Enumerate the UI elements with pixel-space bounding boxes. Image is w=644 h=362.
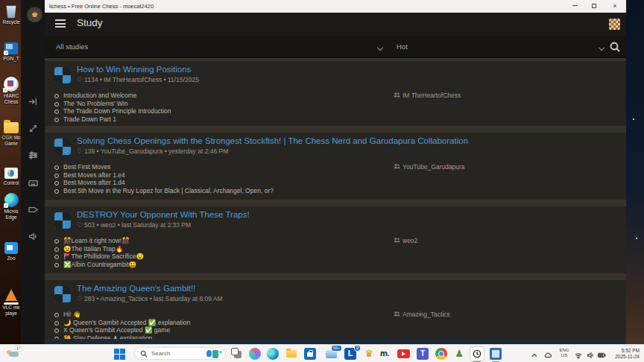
onedrive-cloud-icon[interactable] [543, 349, 552, 358]
chapter-item[interactable]: Best Moves after 1.d4 [54, 179, 274, 187]
settings-sliders-icon[interactable] [28, 150, 39, 161]
chapter-item[interactable]: The Trade Down Principle Introduction [54, 107, 171, 115]
chapter-item[interactable]: Best First Moves [54, 163, 274, 171]
pgn-app-icon: ↗ [4, 42, 18, 54]
active-app-clock-icon[interactable] [470, 346, 484, 361]
maximize-button[interactable] [584, 0, 604, 13]
close-button[interactable]: × [605, 0, 625, 13]
expand-icon[interactable] [28, 123, 39, 134]
study-title[interactable]: The Amazing Queen's Gambit!! [77, 284, 195, 293]
chapter-item[interactable]: ❎Albin Countregambit😃 [54, 261, 144, 269]
desktop-icon-edge[interactable]: ↗ Micros Edge [0, 193, 22, 220]
study-row[interactable]: The Amazing Queen's Gambit!! ♡283 • Amaz… [45, 280, 626, 339]
menu-hamburger-icon[interactable] [55, 19, 66, 28]
study-meta: ♡139 • YouTube_Garudapura • yesterday at… [77, 147, 228, 155]
desktop-icon-control-panel[interactable]: Control [0, 168, 22, 186]
study-row[interactable]: DESTROY Your Opponent With These Traps! … [45, 206, 626, 273]
weather-widget[interactable]: 1° [6, 348, 28, 360]
chapter-item[interactable]: The 'No Problems' Win [54, 100, 171, 108]
study-row[interactable]: How to Win Winning Positions ♡1134 • IM … [45, 61, 626, 126]
keyboard-icon[interactable] [28, 177, 39, 188]
member-icon [394, 163, 400, 170]
desktop-icon-vlc[interactable]: VLC me playe [0, 289, 22, 317]
member-icon [394, 237, 400, 244]
chapter-item[interactable]: Best 5th Move in the Ruy Lopez for Black… [54, 187, 274, 195]
lichess-tile-icon[interactable]: L2 [344, 348, 356, 360]
chapter-circle-icon [54, 255, 59, 259]
window-title: lichess • Free Online Chess - moecat2420 [49, 3, 154, 10]
sort-filter-select[interactable]: Hot [397, 42, 408, 51]
search-icon[interactable] [609, 41, 621, 53]
chapter-item[interactable]: 🌙 Queen's Gambit Accepted ✅ explanation [54, 319, 190, 327]
tray-chevron-up-icon[interactable] [530, 349, 539, 358]
volume-icon[interactable] [586, 349, 595, 358]
chevron-down-icon [377, 45, 383, 51]
chess-pawn-icon[interactable]: ♟ [453, 348, 465, 360]
chapter-item[interactable]: Introduction and Welcome [54, 92, 171, 100]
studies-filter-select[interactable]: All studies [56, 42, 88, 51]
heart-icon: ♡ [77, 147, 83, 155]
hiarcs-app-icon: ↗ [4, 77, 19, 92]
vlc-cone-icon [5, 289, 17, 301]
desktop-icon-pgn-tool[interactable]: ↗ PGN_T [0, 42, 22, 62]
heart-icon: ♡ [77, 76, 83, 83]
desktop-wallpaper-right [626, 0, 644, 344]
chapter-item[interactable]: 🎊Learn it right now!🎊 [54, 237, 144, 245]
search-icon [140, 350, 148, 358]
file-explorer-icon[interactable] [285, 348, 297, 360]
chapter-item[interactable]: X Queen's Gambit Accepted ✅ game [54, 326, 190, 334]
search-art-icon [212, 350, 218, 358]
minimize-button[interactable] [565, 0, 584, 13]
study-title[interactable]: Solving Chess Openings with the Stronges… [77, 136, 468, 145]
chapter-item[interactable]: 😉The Italian Trap🔥 [54, 245, 144, 253]
desktop-icon-label: VLC me [0, 305, 22, 311]
chapter-circle-icon [54, 94, 59, 98]
app-header: Study [45, 13, 626, 36]
chapter-circle-icon [54, 174, 59, 178]
chrome-icon[interactable] [435, 348, 447, 360]
desktop-icon-label: playe [0, 311, 22, 317]
study-title[interactable]: DESTROY Your Opponent With These Traps! [77, 210, 250, 219]
avatar-chess-piece-icon: ♚ [31, 10, 38, 19]
study-title[interactable]: How to Win Winning Positions [77, 65, 191, 74]
search-box[interactable]: Search [134, 347, 226, 360]
study-board-icon [54, 286, 71, 302]
desktop-icon-label: CGX Mo [0, 135, 22, 141]
microsoft-store-icon[interactable] [304, 348, 316, 360]
wifi-icon[interactable] [574, 349, 583, 358]
chapter-item[interactable]: Trade Down Part 1 [54, 115, 171, 124]
running-window-app-icon[interactable] [490, 348, 502, 360]
study-board-icon [54, 212, 71, 229]
copilot-icon[interactable] [249, 348, 261, 360]
chapter-circle-icon [54, 118, 59, 122]
medium-icon[interactable]: m. [380, 348, 392, 360]
tag-icon[interactable] [28, 204, 39, 215]
chapter-item[interactable]: Best Moves after 1.e4 [54, 171, 274, 180]
avatar[interactable]: ♚ [27, 7, 42, 22]
window-bottom-edge [45, 339, 626, 344]
desktop-icon-recycle-bin[interactable]: Recycle [0, 4, 22, 25]
desktop-icon-cgx-game-folder[interactable]: CGX Mo Game [0, 122, 22, 147]
language-indicator[interactable]: ENG US [558, 348, 571, 358]
clock-date: 2025-11-24 [615, 354, 640, 360]
zoom-app-icon [4, 242, 18, 254]
desktop-icon-zoom[interactable]: Zoo [0, 242, 22, 261]
desktop-icon-hiarcs-chess[interactable]: ↗ HIARC Chess [0, 77, 22, 105]
task-view-button[interactable] [231, 348, 243, 360]
chapter-item[interactable]: Hi! 👋 [54, 311, 190, 319]
board-theme-icon[interactable] [609, 19, 620, 30]
speaker-icon[interactable] [28, 231, 39, 242]
study-row[interactable]: Solving Chess Openings with the Stronges… [45, 133, 626, 200]
mail-icon[interactable]: 99+ [326, 348, 338, 360]
sign-in-icon[interactable] [28, 96, 39, 107]
battery-icon[interactable] [597, 349, 606, 358]
chess-crown-icon[interactable]: ♛ [363, 348, 375, 360]
start-button[interactable] [114, 348, 126, 360]
teams-icon[interactable]: T [417, 348, 429, 360]
youtube-icon[interactable] [397, 349, 410, 358]
window-titlebar[interactable]: lichess • Free Online Chess - moecat2420… [45, 0, 626, 13]
chapter-item[interactable]: 🚩The Phillidore Sacrifice😧 [54, 253, 144, 261]
edge-icon[interactable] [267, 348, 279, 360]
chapter-circle-icon [54, 109, 59, 114]
clock[interactable]: 5:52 PM 2025-11-24 [615, 348, 640, 360]
